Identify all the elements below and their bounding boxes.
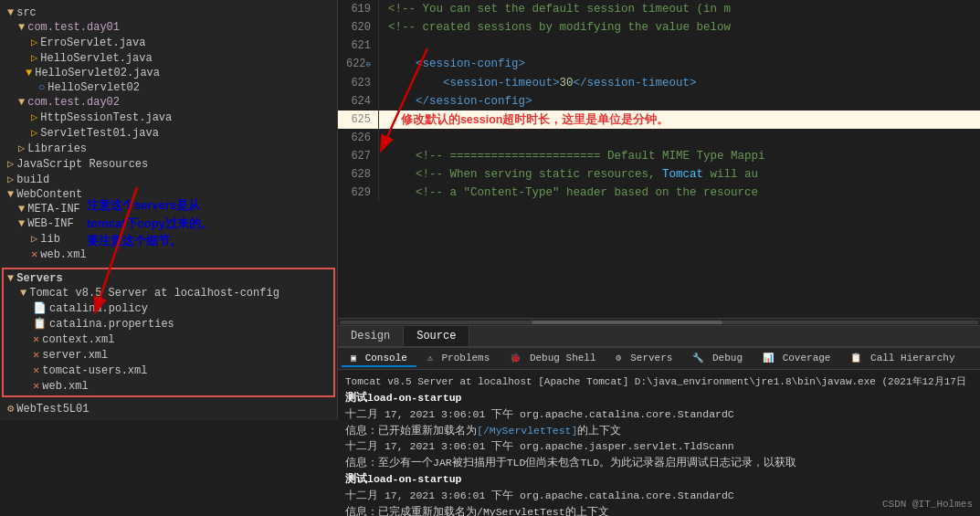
- servers-icon: ⚙: [616, 353, 622, 363]
- file-icon: 📄: [33, 301, 47, 315]
- console-line-7: 十二月 17, 2021 3:06:01 下午 org.apache.catal…: [345, 488, 973, 504]
- code-line-619: 619 <!-- You can set the default session…: [338, 0, 980, 18]
- tab-debugshell[interactable]: 🐞 Debug Shell: [501, 351, 605, 367]
- tab-source[interactable]: Source: [404, 326, 469, 346]
- code-editor: 619 <!-- You can set the default session…: [338, 0, 980, 318]
- tab-servers[interactable]: ⚙ Servers: [607, 351, 682, 367]
- coverage-icon: 📊: [763, 353, 774, 363]
- scrollbar-thumb: [532, 321, 723, 324]
- folder-icon: ▼: [7, 272, 14, 285]
- tree-item-catalina-props[interactable]: 📋 catalina.properties: [5, 316, 332, 332]
- debugshell-icon: 🐞: [510, 353, 521, 363]
- folder-icon: ▼: [18, 96, 25, 109]
- tree-item-day02[interactable]: ▼ com.test.day02: [0, 95, 337, 110]
- tab-coverage[interactable]: 📊 Coverage: [753, 351, 839, 367]
- console-line-1: 测试load-on-startup: [345, 390, 973, 406]
- console-line-4: 十二月 17, 2021 3:06:01 下午 org.apache.jaspe…: [345, 438, 973, 455]
- console-icon: ▣: [351, 353, 356, 363]
- tree-item-catalina-policy[interactable]: 📄 catalina.policy: [5, 300, 332, 316]
- design-source-tabs: Design Source: [338, 325, 980, 347]
- tree-item-context-xml[interactable]: ✕ context.xml: [5, 332, 332, 347]
- tree-item-webinf[interactable]: ▼ WEB-INF: [0, 216, 337, 231]
- project-icon: ⚙: [7, 402, 14, 416]
- tree-item-erroservlet[interactable]: ▷ ErroServlet.java: [0, 35, 337, 50]
- code-line-620: 620 <!-- created sessions by modifying t…: [338, 18, 980, 37]
- tree-item-webxml[interactable]: ✕ web.xml: [0, 247, 337, 262]
- code-line-622: 622⊖ <session-config>: [338, 55, 980, 74]
- file-tree[interactable]: ▼ src ▼ com.test.day01 ▷ ErroServlet.jav…: [0, 0, 337, 420]
- tree-item-server-xml[interactable]: ✕ server.xml: [5, 347, 332, 363]
- tab-design[interactable]: Design: [338, 326, 404, 346]
- tree-item-webxml-server[interactable]: ✕ web.xml: [5, 378, 332, 394]
- java-file-icon: ▷: [31, 51, 37, 65]
- servers-section: ▼ Servers ▼ Tomcat v8.5 Server at localh…: [2, 268, 335, 397]
- folder-icon: ▼: [7, 6, 14, 19]
- java-file-icon: ▷: [31, 126, 37, 140]
- console-line-3: 信息：已开始重新加载名为[/MyServletTest]的上下文: [345, 423, 973, 439]
- class-icon: ○: [38, 81, 45, 94]
- xml-icon: ✕: [33, 332, 39, 346]
- code-line-629: 629 <!-- a "Content-Type" header based o…: [338, 184, 980, 202]
- code-line-627: 627 <!-- ====================== Default …: [338, 147, 980, 165]
- callhierarchy-icon: 📋: [850, 353, 861, 363]
- folder-icon: ▷: [7, 157, 14, 171]
- code-line-621: 621: [338, 37, 980, 55]
- tab-problems[interactable]: ⚠ Problems: [418, 351, 499, 367]
- code-line-628: 628 <!-- When serving static resources, …: [338, 165, 980, 184]
- folder-icon: ▷: [31, 232, 37, 246]
- console-output: Tomcat v8.5 Server at localhost [Apache …: [338, 370, 980, 516]
- props-file-icon: 📋: [33, 317, 47, 331]
- xml-file-icon: ✕: [31, 247, 37, 261]
- console-line-2: 十二月 17, 2021 3:06:01 下午 org.apache.catal…: [345, 406, 973, 423]
- java-file-icon: ▷: [31, 111, 37, 124]
- scrollbar-track[interactable]: [340, 321, 978, 324]
- debug-icon: 🔧: [692, 353, 703, 363]
- left-panel: ▼ src ▼ com.test.day01 ▷ ErroServlet.jav…: [0, 0, 338, 420]
- tab-callhierarchy[interactable]: 📋 Call Hierarchy: [841, 351, 964, 367]
- tree-item-servlettest01[interactable]: ▷ ServletTest01.java: [0, 125, 337, 141]
- tree-item-js-resources[interactable]: ▷ JavaScript Resources: [0, 156, 337, 172]
- code-line-624: 624 </session-config>: [338, 92, 980, 111]
- tab-debug[interactable]: 🔧 Debug: [683, 351, 752, 367]
- java-file-icon: ▷: [31, 36, 37, 49]
- folder-icon: ▼: [20, 287, 26, 300]
- folder-icon: ▼: [7, 188, 14, 201]
- folder-icon: ▼: [18, 217, 25, 230]
- tree-item-webtest5l01[interactable]: ⚙ WebTest5L01: [0, 401, 337, 416]
- tree-item-helloservlet[interactable]: ▷ HelloServlet.java: [0, 50, 337, 66]
- tree-item-libraries[interactable]: ▷ Libraries: [0, 141, 337, 156]
- folder-icon: ▼: [18, 203, 25, 216]
- problems-icon: ⚠: [427, 353, 433, 363]
- java-file-icon: ▼: [26, 67, 32, 79]
- folder-icon: ▷: [7, 173, 14, 186]
- console-line-5: 信息：至少有一个JAR被扫描用于TLD但尚未包含TLD。为此记录器启用调试日志记…: [345, 455, 973, 471]
- tree-item-tomcat-users-xml[interactable]: ✕ tomcat-users.xml: [5, 363, 332, 378]
- code-line-626: 626: [338, 129, 980, 147]
- tree-item-lib[interactable]: ▷ lib: [0, 231, 337, 247]
- xml-icon: ✕: [33, 363, 39, 377]
- xml-icon: ✕: [33, 348, 39, 362]
- editor-scrollbar[interactable]: [338, 318, 980, 325]
- console-panel: ▣ Console ⚠ Problems 🐞 Debug Shell ⚙ Ser…: [338, 347, 980, 516]
- console-server-line: Tomcat v8.5 Server at localhost [Apache …: [345, 374, 973, 390]
- tree-item-day01[interactable]: ▼ com.test.day01: [0, 20, 337, 35]
- console-line-6: 测试load-on-startup: [345, 471, 973, 488]
- xml-icon: ✕: [33, 379, 39, 393]
- code-line-623: 623 <session-timeout>30</session-timeout…: [338, 74, 980, 92]
- tree-item-build[interactable]: ▷ build: [0, 172, 337, 187]
- tree-item-tomcat-server[interactable]: ▼ Tomcat v8.5 Server at localhost-config: [5, 286, 332, 300]
- tab-console[interactable]: ▣ Console: [342, 351, 416, 367]
- right-panel: 619 <!-- You can set the default session…: [338, 0, 980, 516]
- console-line-8: 信息：已完成重新加载名为/MyServletTest的上下文: [345, 504, 973, 516]
- tree-item-servers[interactable]: ▼ Servers: [5, 271, 332, 286]
- folder-icon: ▼: [18, 21, 25, 34]
- tree-item-helloservlet02-class[interactable]: ○ HelloServlet02: [0, 80, 337, 95]
- tree-item-helloservlet02[interactable]: ▼ HelloServlet02.java: [0, 66, 337, 80]
- tree-item-src[interactable]: ▼ src: [0, 5, 337, 20]
- folder-icon: ▷: [18, 142, 25, 155]
- code-line-625: 625 修改默认的session超时时长，这里是单位是分钟。: [338, 111, 980, 129]
- tree-item-httpsessiontest[interactable]: ▷ HttpSessionTest.java: [0, 110, 337, 125]
- tree-item-webcontent[interactable]: ▼ WebContent: [0, 187, 337, 202]
- tree-item-metainf[interactable]: ▼ META-INF: [0, 202, 337, 216]
- console-tabs: ▣ Console ⚠ Problems 🐞 Debug Shell ⚙ Ser…: [338, 348, 980, 370]
